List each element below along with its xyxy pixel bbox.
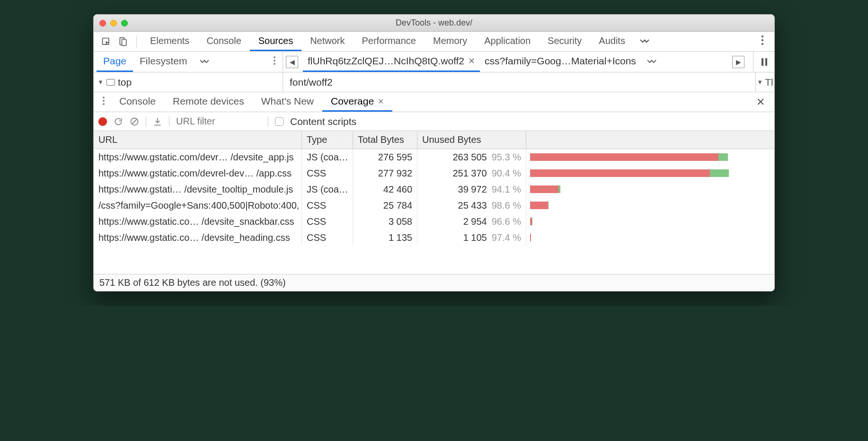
drawer-tab-what-s-new[interactable]: What's New: [253, 92, 322, 112]
cell-url: https://www.gstatic.com/devr… /devsite_a…: [94, 149, 302, 165]
main-tab-network[interactable]: Network: [301, 32, 353, 51]
drawer-tab-label: Console: [119, 96, 156, 107]
svg-rect-9: [762, 58, 763, 66]
content-scripts-checkbox[interactable]: [275, 117, 283, 126]
drawer-kebab-icon[interactable]: [97, 96, 111, 108]
table-row[interactable]: https://www.gstatic.com/devrel-dev… /app…: [94, 165, 774, 181]
editor-nav-next-icon[interactable]: ▶: [732, 56, 744, 68]
svg-point-3: [762, 35, 763, 37]
svg-point-13: [103, 103, 105, 105]
th-type[interactable]: Type: [302, 131, 353, 149]
coverage-summary: 571 KB of 612 KB bytes are not used. (93…: [94, 274, 774, 291]
svg-rect-10: [765, 58, 767, 66]
main-tab-sources[interactable]: Sources: [250, 32, 301, 51]
cell-total-bytes: 42 460: [353, 181, 417, 197]
cell-usage-bar: [526, 229, 774, 246]
editor-tabs: ◀ flUhRq6tzZclQEJ…NcIhQ8tQ.woff2✕css?fam…: [283, 52, 774, 72]
frame-icon: [106, 79, 115, 86]
window-titlebar: DevTools - web.dev/: [94, 15, 774, 32]
more-tabs-chevron-icon[interactable]: [634, 36, 655, 47]
record-button[interactable]: [98, 117, 107, 126]
coverage-summary-text: 571 KB of 612 KB bytes are not used. (93…: [99, 277, 286, 288]
svg-point-7: [274, 60, 275, 62]
drawer-tab-label: Remote devices: [173, 96, 244, 107]
navigator-tab-filesystem[interactable]: Filesystem: [133, 52, 194, 72]
navigator-content-row: ▼ top font/woff2 ▼ Tl: [94, 72, 774, 92]
cell-type: CSS: [302, 229, 353, 246]
main-tab-elements[interactable]: Elements: [142, 32, 198, 51]
main-tab-console[interactable]: Console: [198, 32, 249, 51]
export-icon[interactable]: [153, 117, 162, 126]
cell-unused-bytes: 2 95496.6 %: [417, 213, 526, 229]
drawer-tab-close-icon[interactable]: ✕: [378, 97, 384, 106]
table-row[interactable]: https://www.gstatic.co… /devsite_heading…: [94, 229, 774, 246]
navigator-more-chevron-icon[interactable]: [194, 56, 215, 68]
svg-point-8: [274, 63, 275, 65]
drawer-tab-console[interactable]: Console: [111, 92, 164, 112]
table-row[interactable]: https://www.gstatic.com/devr… /devsite_a…: [94, 149, 774, 165]
cell-unused-bytes: 263 50595.3 %: [417, 149, 526, 165]
th-url[interactable]: URL: [94, 131, 302, 149]
main-tab-audits[interactable]: Audits: [590, 32, 634, 51]
editor-nav-prev-icon[interactable]: ◀: [286, 56, 298, 68]
inspect-element-icon[interactable]: [97, 33, 115, 50]
debugger-hint: Tl: [765, 77, 773, 88]
main-tab-performance[interactable]: Performance: [354, 32, 425, 51]
main-tab-security[interactable]: Security: [539, 32, 590, 51]
cell-unused-bytes: 25 43398.6 %: [417, 197, 526, 213]
pause-script-icon[interactable]: [757, 58, 771, 66]
window-title: DevTools - web.dev/: [94, 18, 774, 28]
table-row[interactable]: https://www.gstati… /devsite_tooltip_mod…: [94, 181, 774, 197]
cell-unused-bytes: 1 10597.4 %: [417, 229, 526, 246]
editor-content: font/woff2: [283, 72, 755, 92]
file-tab[interactable]: flUhRq6tzZclQEJ…NcIhQ8tQ.woff2✕: [303, 52, 480, 72]
reload-icon[interactable]: [114, 117, 123, 126]
cell-total-bytes: 276 595: [353, 149, 417, 165]
tree-expand-caret-icon[interactable]: ▼: [97, 79, 104, 86]
drawer-close-icon[interactable]: ✕: [750, 96, 771, 108]
cell-usage-bar: [526, 213, 774, 229]
cell-url: https://www.gstati… /devsite_tooltip_mod…: [94, 181, 302, 197]
settings-kebab-icon[interactable]: [754, 35, 771, 48]
cell-usage-bar: [526, 149, 774, 165]
clear-icon[interactable]: [130, 117, 139, 126]
url-filter-input[interactable]: [176, 116, 261, 127]
drawer-tab-coverage[interactable]: Coverage✕: [322, 92, 392, 112]
file-tab-label: css?family=Goog…Material+Icons: [485, 55, 636, 67]
cell-total-bytes: 3 058: [353, 213, 417, 229]
devtools-window: DevTools - web.dev/ ElementsConsoleSourc…: [93, 14, 775, 291]
main-tab-application[interactable]: Application: [476, 32, 539, 51]
main-tab-memory[interactable]: Memory: [425, 32, 476, 51]
table-row[interactable]: https://www.gstatic.co… /devsite_snackba…: [94, 213, 774, 229]
navigator-tab-page[interactable]: Page: [97, 52, 133, 72]
cell-type: JS (coa…: [302, 149, 353, 165]
navigator-kebab-icon[interactable]: [266, 56, 283, 68]
drawer-tab-remote-devices[interactable]: Remote devices: [164, 92, 253, 112]
table-row[interactable]: /css?family=Google+Sans:400,500|Roboto:4…: [94, 197, 774, 213]
svg-point-4: [762, 39, 763, 41]
cell-total-bytes: 277 932: [353, 165, 417, 181]
th-unused[interactable]: Unused Bytes: [417, 131, 526, 149]
coverage-table-header: URL Type Total Bytes Unused Bytes: [94, 131, 774, 149]
file-tab-label: flUhRq6tzZclQEJ…NcIhQ8tQ.woff2: [308, 55, 464, 67]
th-total[interactable]: Total Bytes: [353, 131, 417, 149]
cell-unused-bytes: 251 37090.4 %: [417, 165, 526, 181]
file-tab-close-icon[interactable]: ✕: [468, 56, 475, 66]
drawer-tab-label: Coverage: [331, 96, 374, 107]
file-tab[interactable]: css?family=Goog…Material+Icons: [480, 52, 641, 72]
cell-unused-bytes: 39 97294.1 %: [417, 181, 526, 197]
cell-url: https://www.gstatic.co… /devsite_snackba…: [94, 213, 302, 229]
tree-top-label: top: [118, 77, 132, 88]
cell-type: CSS: [302, 165, 353, 181]
device-toolbar-icon[interactable]: [115, 33, 132, 50]
cell-url: https://www.gstatic.co… /devsite_heading…: [94, 229, 302, 246]
editor-more-chevron-icon[interactable]: [641, 56, 663, 68]
debugger-pane-toggle[interactable]: ▼ Tl: [755, 72, 774, 92]
svg-point-12: [103, 100, 105, 102]
coverage-toolbar: Content scripts: [94, 112, 774, 131]
file-tree[interactable]: ▼ top: [94, 72, 283, 92]
cell-url: /css?family=Google+Sans:400,500|Roboto:4…: [94, 197, 302, 213]
svg-line-15: [132, 119, 137, 124]
drawer-tab-strip: ConsoleRemote devicesWhat's NewCoverage✕…: [94, 92, 774, 112]
cell-type: JS (coa…: [302, 181, 353, 197]
